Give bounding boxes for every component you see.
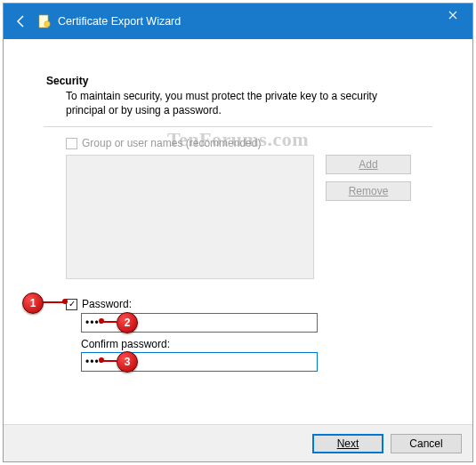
security-heading: Security [46, 75, 88, 87]
close-icon[interactable] [432, 4, 472, 27]
next-button[interactable]: Next [312, 434, 383, 453]
password-row: ✓ Password: [66, 298, 132, 310]
group-names-row: Group or user names (recommended) [66, 137, 261, 149]
group-names-checkbox[interactable] [66, 138, 77, 149]
annotation-connector-1 [42, 301, 63, 303]
back-icon[interactable] [12, 12, 30, 30]
cancel-button[interactable]: Cancel [391, 434, 462, 453]
password-input[interactable] [81, 313, 318, 333]
title-bar: Certificate Export Wizard [4, 4, 472, 39]
annotation-badge-1: 1 [22, 293, 44, 314]
confirm-password-label: Confirm password: [81, 338, 170, 350]
confirm-password-input[interactable] [81, 352, 318, 372]
wizard-window: Certificate Export Wizard Security To ma… [3, 3, 473, 462]
group-names-label: Group or user names (recommended) [82, 137, 261, 149]
wizard-body: Security To maintain security, you must … [4, 39, 472, 461]
footer: Next Cancel [4, 425, 472, 461]
add-button: Add [326, 155, 411, 174]
group-names-list [66, 155, 314, 279]
svg-point-1 [44, 21, 50, 27]
password-checkbox[interactable]: ✓ [66, 299, 77, 310]
security-description: To maintain security, you must protect t… [66, 89, 419, 117]
remove-button: Remove [326, 181, 411, 201]
password-label: Password: [82, 298, 132, 310]
divider [44, 126, 432, 127]
certificate-icon [37, 14, 52, 28]
window-title: Certificate Export Wizard [58, 15, 181, 28]
